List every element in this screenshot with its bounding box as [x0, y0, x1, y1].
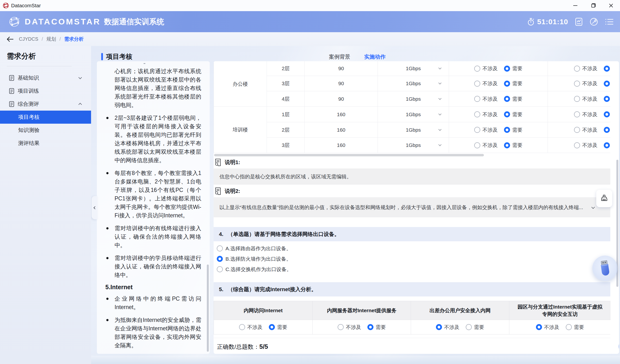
sidebar-item-1[interactable]: 知识测验 [0, 124, 91, 137]
radio-option[interactable]: 需要 [504, 142, 522, 149]
speed-select[interactable]: 1Gbps [378, 61, 449, 76]
radio-selected[interactable] [504, 111, 510, 117]
restore-button[interactable] [584, 0, 602, 11]
radio-option[interactable]: 不涉及 [574, 142, 597, 149]
radio-unselected[interactable] [466, 324, 472, 330]
radio-label: 需要 [574, 324, 584, 331]
case-description-panel[interactable]: 心机房；该机房通过水平布线系统部署以太网双绞线至本楼层中的各网络信息插座，通过垂… [97, 61, 210, 354]
radio-option[interactable]: 需要 [504, 96, 522, 102]
radio-selected[interactable] [504, 142, 510, 148]
radio-selected-clipped[interactable] [604, 96, 610, 102]
radio-unselected[interactable] [474, 66, 480, 72]
radio-option[interactable]: 不涉及 [474, 96, 498, 102]
question4-option-0[interactable]: A.选择路由器作为出口设备。 [214, 243, 610, 254]
back-button[interactable] [7, 37, 14, 42]
radio-selected[interactable] [504, 127, 510, 133]
report-button[interactable] [575, 17, 583, 26]
radio-option[interactable]: 不涉及 [474, 142, 498, 149]
radio-option[interactable]: 需要 [269, 324, 287, 331]
radio-unselected[interactable] [574, 127, 580, 133]
expand-note-chevron[interactable] [591, 205, 595, 209]
menu-button[interactable] [605, 18, 614, 25]
radio-option[interactable]: 不涉及 [574, 127, 597, 133]
usb-device-button[interactable] [592, 256, 618, 281]
question5-title: （综合题）请完成Internet接入分析。 [228, 286, 317, 293]
radio-selected[interactable] [504, 66, 510, 72]
radio-unselected[interactable] [566, 324, 572, 330]
radio-selected-clipped[interactable] [604, 142, 610, 148]
breadcrumb-item-1[interactable]: 规划 [46, 36, 56, 42]
radio-unselected[interactable] [217, 266, 223, 272]
question4-option-2[interactable]: C.选择交换机作为出口设备。 [214, 264, 610, 274]
radio-option[interactable]: 不涉及 [574, 65, 597, 72]
radio-selected-clipped[interactable] [604, 66, 610, 72]
radio-option[interactable]: 需要 [367, 324, 386, 331]
radio-unselected[interactable] [574, 96, 580, 102]
points-cell: 160 [305, 122, 378, 138]
radio-unselected[interactable] [574, 66, 580, 72]
radio-option[interactable]: 不涉及 [474, 80, 498, 87]
radio-selected[interactable] [217, 256, 223, 262]
radio-option[interactable]: 不涉及 [474, 127, 498, 133]
radio-unselected[interactable] [338, 324, 344, 330]
radio-unselected[interactable] [574, 81, 580, 87]
radio-unselected[interactable] [474, 127, 480, 133]
breadcrumb-item-2[interactable]: 需求分析 [64, 36, 84, 42]
radio-group-required: 不涉及需要 [449, 107, 548, 122]
app-title: DatacomStar [11, 3, 41, 8]
radio-unselected[interactable] [474, 142, 480, 148]
speed-select[interactable]: 1Gbps [378, 107, 449, 122]
hscroll-thumb[interactable] [214, 154, 484, 156]
radio-unselected[interactable] [474, 81, 480, 87]
submit-button[interactable]: 提交 [619, 340, 619, 353]
radio-selected[interactable] [536, 324, 542, 330]
collapse-panel-button[interactable] [92, 196, 97, 219]
sidebar-item-2[interactable]: 测评结果 [0, 137, 91, 150]
speed-select[interactable]: 1Gbps [378, 76, 449, 91]
sidebar-group-2[interactable]: 综合测评 [0, 98, 91, 111]
radio-unselected[interactable] [239, 324, 245, 330]
radio-option[interactable]: 需要 [466, 324, 484, 331]
radio-option[interactable]: 不涉及 [474, 65, 498, 72]
speed-select[interactable]: 1Gbps [378, 122, 449, 138]
sidebar-group-1[interactable]: 项目训练 [0, 84, 91, 98]
radio-selected-clipped[interactable] [604, 81, 610, 87]
radio-option[interactable]: 需要 [504, 80, 522, 87]
tools-button[interactable] [589, 17, 598, 26]
radio-unselected[interactable] [474, 96, 480, 102]
radio-option[interactable]: 需要 [504, 111, 522, 118]
sidebar-item-0[interactable]: 项目考核 [0, 111, 91, 124]
radio-option[interactable]: 需要 [504, 127, 522, 133]
radio-option[interactable]: 不涉及 [436, 324, 459, 331]
close-button[interactable] [602, 0, 620, 11]
radio-option[interactable]: 不涉及 [239, 324, 263, 331]
radio-option[interactable]: 需要 [566, 324, 584, 331]
radio-unselected[interactable] [574, 142, 580, 148]
radio-selected[interactable] [504, 81, 510, 87]
radio-selected[interactable] [436, 324, 442, 330]
radio-selected-clipped[interactable] [604, 111, 610, 117]
radio-option[interactable]: 不涉及 [574, 96, 597, 102]
radio-unselected[interactable] [474, 111, 480, 117]
case-panel-scrollbar[interactable] [207, 265, 209, 352]
radio-option[interactable]: 需要 [504, 65, 522, 72]
breadcrumb-item-0[interactable]: CJYDCS [19, 36, 38, 42]
radio-option[interactable]: 不涉及 [338, 324, 361, 331]
radio-selected-clipped[interactable] [604, 127, 610, 133]
table-horizontal-scrollbar[interactable] [214, 153, 610, 157]
radio-option[interactable]: 不涉及 [474, 111, 498, 118]
radio-selected[interactable] [504, 96, 510, 102]
speed-select[interactable]: 1Gbps [378, 91, 449, 107]
minimize-button[interactable] [566, 0, 584, 11]
radio-option[interactable]: 不涉及 [536, 324, 559, 331]
radio-option[interactable]: 不涉及 [574, 111, 597, 118]
radio-unselected[interactable] [217, 245, 223, 251]
radio-selected[interactable] [269, 324, 275, 330]
clear-tool-button[interactable] [596, 190, 612, 207]
radio-option[interactable]: 不涉及 [574, 80, 597, 87]
speed-select[interactable]: 1Gbps [378, 138, 449, 153]
sidebar-group-0[interactable]: 基础知识 [0, 71, 91, 84]
question4-option-1[interactable]: B.选择防火墙作为出口设备。 [214, 254, 610, 264]
radio-unselected[interactable] [574, 111, 580, 117]
radio-selected[interactable] [367, 324, 373, 330]
